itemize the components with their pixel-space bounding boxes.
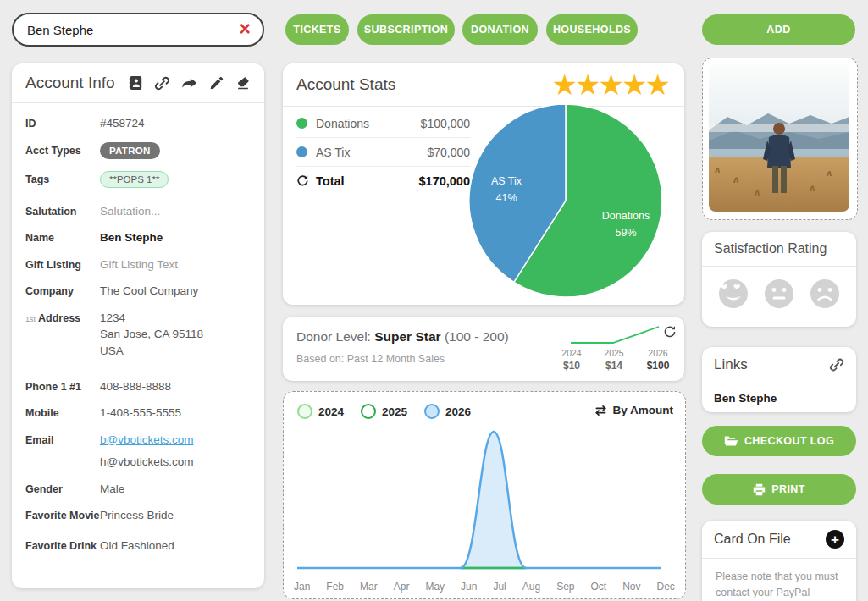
erase-icon[interactable] [235,75,251,91]
year-2025-radio[interactable] [361,404,376,419]
donor-level-text: Donor Level: Super Star (100 - 200) [296,329,509,345]
account-page: × TICKETS SUBSCRIPTION DONATION HOUSEHOL… [0,0,868,601]
address-value: 1234 San Jose, CA 95118 USA [100,310,203,360]
pie-label-astix: AS Tix 41% [478,173,534,207]
add-card-icon[interactable]: + [826,530,844,549]
households-button[interactable]: HOUSEHOLDS [546,14,638,45]
search-input[interactable] [14,23,236,37]
card-on-file-note: Please note that you must contact your P… [702,559,856,601]
account-id: #458724 [100,115,145,132]
account-stats-pie-chart: AS Tix 41% Donations 59% [468,103,663,298]
year-2026-label[interactable]: 2026 [445,405,471,418]
add-button[interactable]: ADD [702,14,855,45]
field-label: Company [25,283,100,300]
donation-button[interactable]: DONATION [462,14,538,45]
chart-year-legend: 2024 2025 2026 [297,404,488,419]
astix-dot [296,146,307,157]
year-2026-radio[interactable] [424,404,440,419]
star-icon[interactable]: ★ [645,70,671,99]
rating-love-option[interactable]: – [716,277,750,334]
satisfaction-title: Satisfaction Rating [714,241,827,256]
printer-icon [753,483,766,496]
neutral-face-icon [762,277,796,311]
acct-type-badge: PATRON [100,142,160,159]
linked-account[interactable]: Ben Stephe [702,383,856,413]
search-box: × [12,13,264,47]
account-info-title: Account Info [25,74,115,92]
spark-year-2025: 2025$14 [593,348,635,372]
stats-legend: Donations $100,000 AS Tix $70,000 Total … [296,109,470,195]
field-label: Acct Types [25,142,100,159]
tag-badge: **POPS 1** [100,171,169,188]
star-icon[interactable]: ★ [575,70,600,99]
legend-row-total: Total $170,000 [296,167,470,195]
rating-stars: ★ ★ ★ ★ ★ [555,70,671,99]
pie-label-donations: Donations 59% [595,207,656,241]
monthly-sales-chart-card: 2024 2025 2026 By Amount JanFebMarAprMay… [283,391,686,599]
rating-neutral-option[interactable]: – [762,277,796,334]
donor-trend-sparkline [562,323,671,347]
card-on-file-title: Card On File [714,532,791,547]
clear-search-icon[interactable]: × [236,19,263,41]
email-value: b@vbotickets.com h@vbotickets.com [100,432,194,471]
field-label: Name [25,229,100,246]
forward-icon[interactable] [181,75,198,91]
star-icon[interactable]: ★ [622,70,647,99]
links-card: Links Ben Stephe [702,347,856,412]
love-face-icon [716,277,750,311]
field-label: Email [25,432,100,471]
tickets-button[interactable]: TICKETS [285,14,349,45]
rating-sad-option[interactable]: – [808,277,842,334]
star-icon[interactable]: ★ [599,70,624,99]
donations-dot [296,118,307,129]
donor-level-basis: Based on: Past 12 Month Sales [296,353,445,365]
profile-photo [709,64,849,212]
year-2024-label[interactable]: 2024 [318,405,344,418]
month-axis: JanFebMarAprMayJunJulAugSepOctNovDec [294,581,675,593]
swap-icon [594,405,608,416]
phone-value: 408-888-8888 [100,378,171,395]
donor-level-card: Donor Level: Super Star (100 - 200) Base… [283,317,684,381]
field-label: Tags [25,171,100,188]
year-2025-label[interactable]: 2025 [382,405,407,418]
link-icon [829,357,844,372]
favorite-drink-value: Old Fashioned [100,538,174,554]
folder-icon [724,435,738,447]
email-link[interactable]: b@vbotickets.com [100,433,194,446]
link-icon[interactable] [154,75,170,91]
print-button[interactable]: PRINT [702,474,856,505]
field-label: Gift Listing [25,256,100,273]
company-value: The Cool Company [100,283,198,300]
star-icon[interactable]: ★ [552,70,578,99]
divider [539,325,539,372]
profile-photo-card[interactable] [702,58,858,220]
refresh-icon[interactable] [296,174,309,187]
account-info-card: Account Info ID#458724 Acct TypesPATRON … [12,63,264,588]
field-label: Favorite Drink [25,538,100,554]
edit-icon[interactable] [209,75,224,91]
email-secondary: h@vbotickets.com [100,454,194,471]
gift-listing-value: Gift Listing Text [100,256,178,273]
refresh-icon[interactable] [663,325,677,339]
field-label: Phone 1 #1 [25,378,100,395]
year-2024-radio[interactable] [297,404,312,419]
account-stats-title: Account Stats [296,75,395,94]
gender-value: Male [100,481,124,498]
checkout-log-button[interactable]: CHECKOUT LOG [702,426,856,456]
sad-face-icon [808,277,842,311]
field-label: Favorite Movie [25,507,100,524]
name-value: Ben Stephe [100,229,163,246]
subscription-button[interactable]: SUBSCRIPTION [357,14,455,45]
salutation-value: Salutation... [100,203,160,220]
by-amount-toggle[interactable]: By Amount [594,404,674,416]
spark-year-2024: 2024$10 [550,348,593,372]
card-on-file-card: Card On File + Please note that you must… [702,521,856,601]
field-label: Salutation [25,203,100,220]
field-label: Mobile [25,405,100,422]
monthly-area-chart [289,426,680,575]
contact-card-icon[interactable] [128,75,143,91]
field-label: 1stAddress [25,310,100,360]
satisfaction-options: – – – [702,267,856,337]
field-label: Gender [25,481,100,498]
account-stats-card: Account Stats ★ ★ ★ ★ ★ Donations $100,0… [283,63,684,305]
